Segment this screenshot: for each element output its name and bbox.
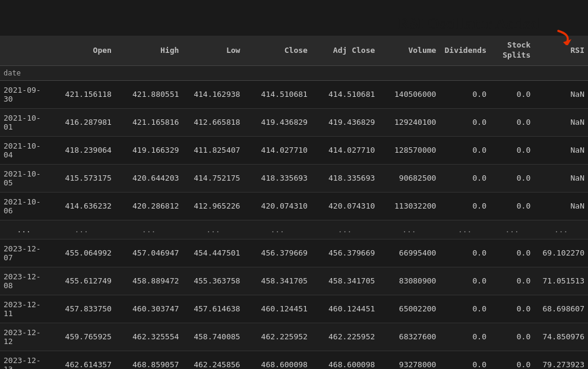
cell-value: 460.124451 [244, 295, 311, 323]
cell-value: 459.765925 [48, 323, 115, 351]
cell-value: 418.335693 [244, 164, 311, 192]
cell-value: 0.0 [440, 267, 490, 295]
cell-value: 79.273923 [534, 351, 588, 369]
cell-value: 0.0 [490, 80, 534, 108]
cell-value: ... [378, 220, 440, 239]
cell-value: 457.614638 [182, 295, 244, 323]
annotation-area: RSI Oscillator Added [398, 0, 588, 42]
cell-value: 418.335693 [311, 164, 378, 192]
annotation-text: RSI Oscillator Added [398, 15, 539, 32]
cell-value: 468.600098 [311, 351, 378, 369]
cell-value: 421.165816 [115, 108, 182, 136]
cell-date: 2021-09-30 [0, 80, 48, 108]
cell-value: 455.363758 [182, 267, 244, 295]
cell-value: 65002200 [378, 295, 440, 323]
cell-value: 419.166329 [115, 136, 182, 164]
data-table: Open High Low Close Adj Close Volume Div… [0, 36, 588, 369]
cell-value: NaN [534, 108, 588, 136]
cell-value: 420.074310 [311, 192, 378, 220]
cell-value: 420.644203 [115, 164, 182, 192]
cell-value: 414.027710 [244, 136, 311, 164]
cell-value: 71.051513 [534, 267, 588, 295]
cell-value: 0.0 [490, 295, 534, 323]
cell-value: 113032200 [378, 192, 440, 220]
cell-value: 412.965226 [182, 192, 244, 220]
cell-value: 462.614357 [48, 351, 115, 369]
table-row: 2023-12-07455.064992457.046947454.447501… [0, 239, 588, 267]
table-row: 2023-12-12459.765925462.325554458.740085… [0, 323, 588, 351]
cell-value: 0.0 [440, 136, 490, 164]
cell-value: 0.0 [440, 351, 490, 369]
cell-value: 414.162938 [182, 80, 244, 108]
cell-value: 421.880551 [115, 80, 182, 108]
cell-value: 454.447501 [182, 239, 244, 267]
cell-value: 414.027710 [311, 136, 378, 164]
table-row: 2021-09-30421.156118421.880551414.162938… [0, 80, 588, 108]
cell-value: 0.0 [440, 323, 490, 351]
cell-value: 74.850976 [534, 323, 588, 351]
cell-value: 68.698607 [534, 295, 588, 323]
table-row: 2023-12-13462.614357468.859057462.245856… [0, 351, 588, 369]
table-row: 2023-12-08455.612749458.889472455.363758… [0, 267, 588, 295]
cell-value: 414.510681 [244, 80, 311, 108]
cell-value: 458.889472 [115, 267, 182, 295]
cell-value: ... [534, 220, 588, 239]
col-header-index [0, 36, 48, 65]
cell-value: 455.064992 [48, 239, 115, 267]
cell-value: 0.0 [490, 164, 534, 192]
cell-date: 2021-10-05 [0, 164, 48, 192]
cell-value: 0.0 [490, 136, 534, 164]
cell-value: NaN [534, 80, 588, 108]
cell-date: 2021-10-06 [0, 192, 48, 220]
cell-value: 415.573175 [48, 164, 115, 192]
cell-date: 2021-10-01 [0, 108, 48, 136]
cell-value: 0.0 [440, 239, 490, 267]
cell-value: 0.0 [440, 80, 490, 108]
cell-value: 93278000 [378, 351, 440, 369]
cell-value: 458.740085 [182, 323, 244, 351]
cell-value: 90682500 [378, 164, 440, 192]
cell-value: 460.124451 [311, 295, 378, 323]
cell-value: ... [182, 220, 244, 239]
cell-date: 2023-12-07 [0, 239, 48, 267]
cell-value: 128570000 [378, 136, 440, 164]
cell-value: 468.859057 [115, 351, 182, 369]
table-row: 2023-12-11457.833750460.303747457.614638… [0, 295, 588, 323]
cell-value: 456.379669 [311, 239, 378, 267]
cell-value: 421.156118 [48, 80, 115, 108]
cell-value: 462.245856 [182, 351, 244, 369]
table-row: 2021-10-06414.636232420.286812412.965226… [0, 192, 588, 220]
cell-value: 468.600098 [244, 351, 311, 369]
cell-value: ... [115, 220, 182, 239]
cell-value: ... [244, 220, 311, 239]
cell-date: 2023-12-08 [0, 267, 48, 295]
cell-value: 68327600 [378, 323, 440, 351]
cell-value: 414.752175 [182, 164, 244, 192]
cell-value: ... [311, 220, 378, 239]
cell-value: 412.665818 [182, 108, 244, 136]
cell-value: 456.379669 [244, 239, 311, 267]
cell-value: 414.510681 [311, 80, 378, 108]
cell-date: 2023-12-12 [0, 323, 48, 351]
col-header-adj-close: Adj Close [311, 36, 378, 65]
cell-value: 457.833750 [48, 295, 115, 323]
cell-value: 455.612749 [48, 267, 115, 295]
cell-value: ... [48, 220, 115, 239]
cell-value: 462.325554 [115, 323, 182, 351]
cell-value: ... [490, 220, 534, 239]
cell-value: 458.341705 [244, 267, 311, 295]
cell-value: 419.436829 [311, 108, 378, 136]
cell-value: 140506000 [378, 80, 440, 108]
cell-value: 0.0 [490, 192, 534, 220]
cell-value: 462.225952 [311, 323, 378, 351]
cell-value: 411.825407 [182, 136, 244, 164]
cell-value: 0.0 [440, 192, 490, 220]
table-row: 2021-10-04418.239064419.166329411.825407… [0, 136, 588, 164]
cell-value: 457.046947 [115, 239, 182, 267]
cell-value: NaN [534, 164, 588, 192]
table-body: 2021-09-30421.156118421.880551414.162938… [0, 80, 588, 369]
arrow-icon: RSI Oscillator Added [398, 5, 582, 45]
cell-value: 458.341705 [311, 267, 378, 295]
cell-value: 419.436829 [244, 108, 311, 136]
cell-value: ... [440, 220, 490, 239]
